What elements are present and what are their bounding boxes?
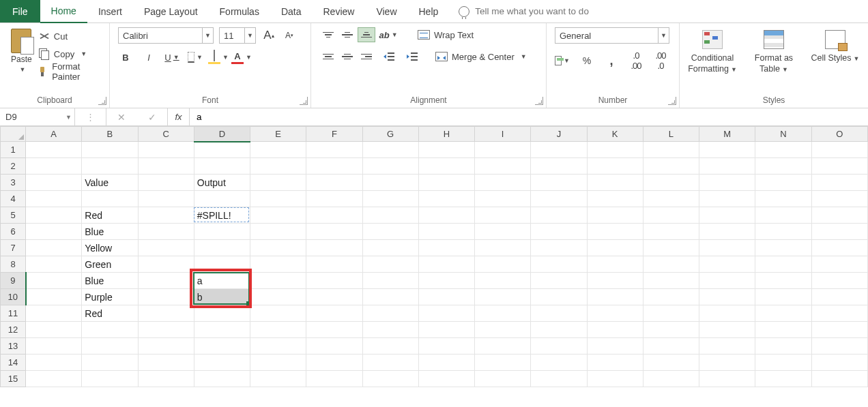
cell-M1[interactable] [699, 142, 755, 158]
cell-O5[interactable] [811, 207, 867, 224]
chevron-down-icon[interactable]: ▼ [521, 53, 527, 60]
cell-J7[interactable] [531, 240, 587, 256]
cell-C8[interactable] [138, 256, 194, 273]
cell-I3[interactable] [475, 175, 531, 191]
cell-C10[interactable] [138, 289, 194, 305]
cell-N1[interactable] [755, 142, 811, 158]
cell-I13[interactable] [475, 338, 531, 355]
cell-F13[interactable] [306, 338, 362, 355]
cell-C6[interactable] [138, 224, 194, 240]
font-name-combo[interactable]: Calibri ▼ [118, 27, 214, 44]
column-header-K[interactable]: K [587, 127, 643, 142]
cell-L14[interactable] [643, 355, 699, 371]
cell-I15[interactable] [475, 371, 531, 387]
cell-C7[interactable] [138, 240, 194, 256]
cell-I4[interactable] [475, 191, 531, 207]
cell-F14[interactable] [306, 355, 362, 371]
cell-C13[interactable] [138, 338, 194, 355]
cell-D13[interactable] [194, 338, 250, 355]
cell-M3[interactable] [699, 175, 755, 191]
wrap-text-button[interactable]: Wrap Text [418, 30, 474, 40]
cell-J13[interactable] [531, 338, 587, 355]
dialog-launcher-icon[interactable] [668, 97, 676, 105]
cell-F6[interactable] [306, 224, 362, 240]
cell-N11[interactable] [755, 305, 811, 322]
cell-L6[interactable] [643, 224, 699, 240]
chevron-down-icon[interactable]: ▼ [66, 114, 72, 121]
column-header-B[interactable]: B [82, 127, 138, 142]
chevron-down-icon[interactable]: ▼ [81, 50, 87, 57]
cell-L13[interactable] [643, 338, 699, 355]
formula-input[interactable] [190, 108, 868, 125]
cell-F3[interactable] [306, 175, 362, 191]
cell-E2[interactable] [250, 158, 306, 175]
cell-G10[interactable] [362, 289, 418, 305]
row-header-12[interactable]: 12 [1, 322, 26, 338]
dialog-launcher-icon[interactable] [98, 97, 106, 105]
chevron-down-icon[interactable]: ▼ [731, 66, 737, 73]
cell-C9[interactable] [138, 273, 194, 289]
cell-J8[interactable] [531, 256, 587, 273]
chevron-down-icon[interactable]: ▼ [244, 28, 255, 43]
cell-N2[interactable] [755, 158, 811, 175]
cell-L9[interactable] [643, 273, 699, 289]
align-left-button[interactable] [319, 49, 337, 64]
cell-L5[interactable] [643, 207, 699, 224]
cell-G11[interactable] [362, 305, 418, 322]
file-tab[interactable]: File [0, 0, 40, 22]
column-header-C[interactable]: C [138, 127, 194, 142]
cell-A15[interactable] [26, 371, 82, 387]
cell-G5[interactable] [362, 207, 418, 224]
font-color-button[interactable]: A▼ [234, 51, 249, 64]
row-header-9[interactable]: 9 [1, 273, 26, 289]
chevron-down-icon[interactable]: ▼ [197, 54, 203, 61]
cell-G14[interactable] [362, 355, 418, 371]
cell-J1[interactable] [531, 142, 587, 158]
cell-N13[interactable] [755, 338, 811, 355]
column-header-D[interactable]: D [194, 127, 250, 142]
cell-O6[interactable] [811, 224, 867, 240]
cell-N12[interactable] [755, 322, 811, 338]
cell-C11[interactable] [138, 305, 194, 322]
cell-J12[interactable] [531, 322, 587, 338]
cell-N10[interactable] [755, 289, 811, 305]
cell-A3[interactable] [26, 175, 82, 191]
name-box[interactable]: D9 ▼ [0, 108, 75, 125]
cell-O10[interactable] [811, 289, 867, 305]
cell-G1[interactable] [362, 142, 418, 158]
cell-M4[interactable] [699, 191, 755, 207]
cell-K8[interactable] [587, 256, 643, 273]
decrease-decimal-button[interactable]: .00.0 [653, 50, 668, 71]
cell-H11[interactable] [418, 305, 474, 322]
cell-J2[interactable] [531, 158, 587, 175]
tab-help[interactable]: Help [408, 0, 450, 22]
cell-M10[interactable] [699, 289, 755, 305]
cell-D7[interactable] [194, 240, 250, 256]
column-header-F[interactable]: F [306, 127, 362, 142]
tab-insert[interactable]: Insert [87, 0, 133, 22]
cell-C5[interactable] [138, 207, 194, 224]
cell-M13[interactable] [699, 338, 755, 355]
cell-A9[interactable] [26, 273, 82, 289]
accounting-format-button[interactable]: ▼ [555, 56, 570, 65]
cell-K9[interactable] [587, 273, 643, 289]
fx-icon[interactable]: fx [168, 108, 190, 125]
cell-I5[interactable] [475, 207, 531, 224]
cell-O13[interactable] [811, 338, 867, 355]
column-header-M[interactable]: M [699, 127, 755, 142]
cell-C12[interactable] [138, 322, 194, 338]
cell-D1[interactable] [194, 142, 250, 158]
cell-H5[interactable] [418, 207, 474, 224]
cell-M15[interactable] [699, 371, 755, 387]
cell-D14[interactable] [194, 355, 250, 371]
cell-K11[interactable] [587, 305, 643, 322]
align-top-button[interactable] [319, 27, 337, 42]
percent-button[interactable]: % [579, 55, 594, 66]
cell-H6[interactable] [418, 224, 474, 240]
cell-I7[interactable] [475, 240, 531, 256]
increase-indent-button[interactable] [404, 49, 422, 64]
cell-K2[interactable] [587, 158, 643, 175]
cell-O9[interactable] [811, 273, 867, 289]
italic-button[interactable]: I [141, 52, 156, 63]
cell-K5[interactable] [587, 207, 643, 224]
